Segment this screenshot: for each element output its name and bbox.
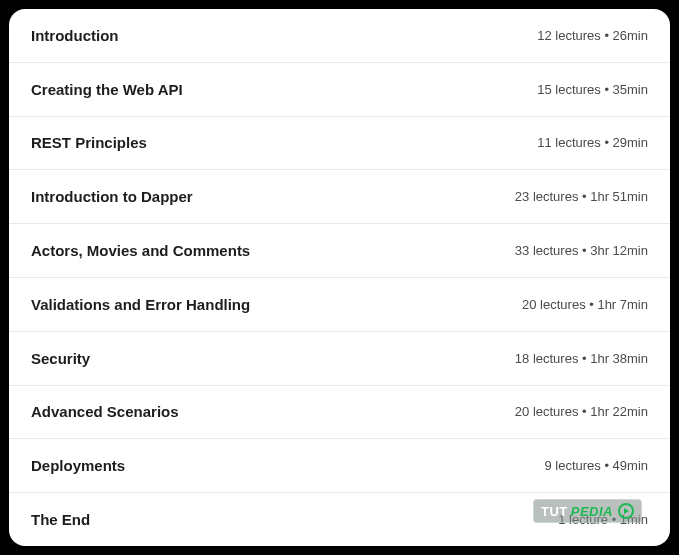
section-meta: 23 lectures • 1hr 51min [515,189,648,204]
section-title: REST Principles [31,134,147,151]
watermark-text-part1: TUT [541,504,568,519]
section-title: The End [31,511,90,528]
section-row[interactable]: Creating the Web API 15 lectures • 35min [9,63,670,117]
section-title: Advanced Scenarios [31,403,179,420]
section-title: Introduction [31,27,118,44]
section-row[interactable]: Security 18 lectures • 1hr 38min [9,332,670,386]
section-title: Creating the Web API [31,81,183,98]
section-meta: 18 lectures • 1hr 38min [515,351,648,366]
section-row[interactable]: Introduction 12 lectures • 26min [9,9,670,63]
course-sections-card: Introduction 12 lectures • 26min Creatin… [9,9,670,546]
section-title: Validations and Error Handling [31,296,250,313]
watermark-badge: TUTPEDIA [533,499,642,523]
section-title: Security [31,350,90,367]
section-title: Actors, Movies and Comments [31,242,250,259]
section-title: Deployments [31,457,125,474]
section-row[interactable]: Deployments 9 lectures • 49min [9,439,670,493]
section-meta: 9 lectures • 49min [544,458,648,473]
section-meta: 11 lectures • 29min [537,135,648,150]
section-meta: 20 lectures • 1hr 22min [515,404,648,419]
section-meta: 12 lectures • 26min [537,28,648,43]
section-row[interactable]: Actors, Movies and Comments 33 lectures … [9,224,670,278]
section-row[interactable]: Advanced Scenarios 20 lectures • 1hr 22m… [9,386,670,440]
play-icon [618,503,634,519]
section-meta: 15 lectures • 35min [537,82,648,97]
section-row[interactable]: Validations and Error Handling 20 lectur… [9,278,670,332]
section-row[interactable]: Introduction to Dapper 23 lectures • 1hr… [9,170,670,224]
section-meta: 20 lectures • 1hr 7min [522,297,648,312]
section-meta: 33 lectures • 3hr 12min [515,243,648,258]
section-row[interactable]: REST Principles 11 lectures • 29min [9,117,670,171]
watermark-text-part2: PEDIA [571,504,613,519]
section-title: Introduction to Dapper [31,188,193,205]
